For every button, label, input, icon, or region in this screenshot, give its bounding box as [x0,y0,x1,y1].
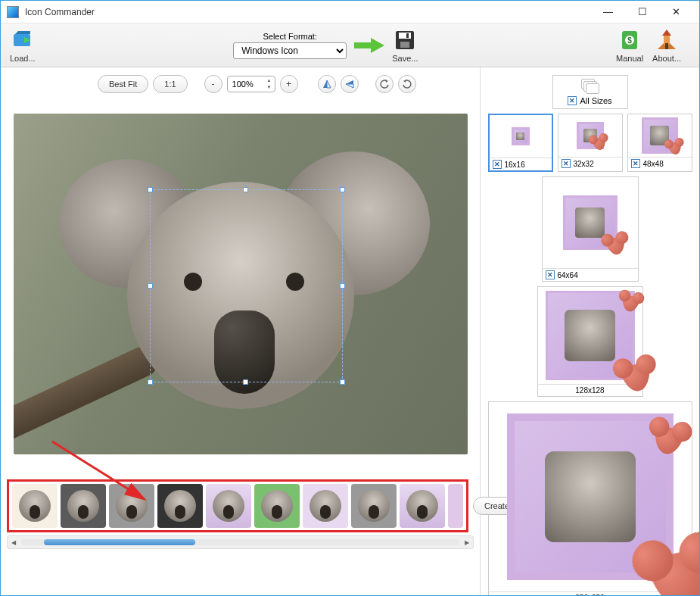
load-label: Load... [10,54,36,63]
format-selector: Select Format: Windows Icon [233,32,347,59]
flip-vertical-button[interactable] [341,75,359,93]
app-icon [7,6,19,18]
size-card-128[interactable]: 128x128 [537,286,643,397]
one-to-one-button[interactable]: 1:1 [153,75,187,93]
size-card-48[interactable]: ✕48x48 [627,114,692,172]
manual-button[interactable]: $ Manual [616,28,643,63]
template-thumb[interactable] [61,484,106,528]
load-button[interactable]: Load... [10,28,36,63]
size-card-256[interactable]: 256x256 [488,401,692,596]
checkbox-icon[interactable]: ✕ [631,159,640,168]
all-sizes-node[interactable]: ✕All Sizes [552,75,628,109]
maximize-button[interactable]: ☐ [625,2,659,23]
size-card-16[interactable]: ✕16x16 [488,114,553,172]
svg-marker-20 [403,80,406,83]
template-thumb[interactable] [303,484,348,528]
zoom-spinner[interactable]: ▲▼ [265,77,274,91]
checkbox-icon[interactable]: ✕ [546,270,555,279]
checkbox-icon[interactable]: ✕ [562,159,571,168]
template-thumb[interactable] [351,484,397,528]
zoom-in-button[interactable]: + [280,75,298,93]
svg-marker-17 [346,80,353,84]
size-label: 32x32 [574,160,594,168]
svg-rect-7 [406,33,409,38]
save-label: Save... [392,54,418,63]
zoom-out-button[interactable]: - [204,75,222,93]
load-icon [11,28,35,52]
size-label: 48x48 [643,160,664,168]
format-dropdown[interactable]: Windows Icon [233,42,347,59]
scroll-right-icon[interactable]: ▶ [461,536,473,548]
svg-text:$: $ [627,36,632,45]
about-button[interactable]: About... [652,28,681,63]
manual-icon: $ [618,28,642,52]
save-button[interactable]: Save... [392,28,418,63]
main-toolbar: Load... Select Format: Windows Icon Save… [1,23,699,67]
arrow-icon [354,36,384,55]
best-fit-button[interactable]: Best Fit [98,75,148,93]
about-label: About... [652,54,681,63]
sizes-panel: ✕All Sizes ✕16x16 ✕32x32 ✕48x48 ✕64x64 1… [480,67,699,596]
flip-horizontal-button[interactable] [318,75,336,93]
template-scrollbar[interactable]: ◀ ▶ [7,535,474,549]
template-thumb[interactable] [109,484,154,528]
svg-marker-15 [323,80,327,88]
template-thumb[interactable] [400,484,445,528]
size-label: 64x64 [558,271,578,279]
template-thumb[interactable] [206,484,251,528]
template-thumb[interactable] [157,484,203,528]
format-label: Select Format: [263,32,317,41]
svg-rect-6 [400,42,409,48]
rotate-right-button[interactable] [398,75,416,93]
close-button[interactable]: ✕ [659,2,693,23]
checkbox-icon[interactable]: ✕ [568,96,577,105]
svg-marker-18 [346,84,353,88]
template-thumb[interactable] [12,484,58,528]
window-title: Icon Commander [25,7,591,17]
title-bar: Icon Commander — ☐ ✕ [1,1,699,23]
manual-label: Manual [616,54,643,63]
svg-marker-19 [385,80,388,83]
about-icon [655,28,679,52]
size-label: 128x128 [575,386,604,395]
minimize-button[interactable]: — [591,2,625,23]
image-preview[interactable] [7,102,474,466]
svg-marker-1 [15,31,30,34]
crop-selection[interactable] [150,189,343,382]
size-card-64[interactable]: ✕64x64 [542,176,639,282]
all-sizes-label: All Sizes [580,96,611,105]
size-label: 16x16 [505,161,525,169]
rotate-left-button[interactable] [375,75,394,93]
template-thumb[interactable] [448,484,463,528]
svg-rect-14 [665,43,668,49]
checkbox-icon[interactable]: ✕ [493,160,502,169]
template-thumb[interactable] [254,484,300,528]
svg-marker-16 [327,80,331,88]
svg-marker-3 [354,38,384,53]
svg-rect-5 [399,33,411,39]
svg-marker-13 [662,30,671,36]
save-icon [393,28,417,52]
template-strip [7,479,468,532]
scroll-left-icon[interactable]: ◀ [8,536,20,548]
svg-rect-12 [664,34,670,45]
size-card-32[interactable]: ✕32x32 [558,114,623,172]
stack-icon [581,79,599,94]
view-toolbar: Best Fit 1:1 - ▲▼ + [7,70,474,98]
